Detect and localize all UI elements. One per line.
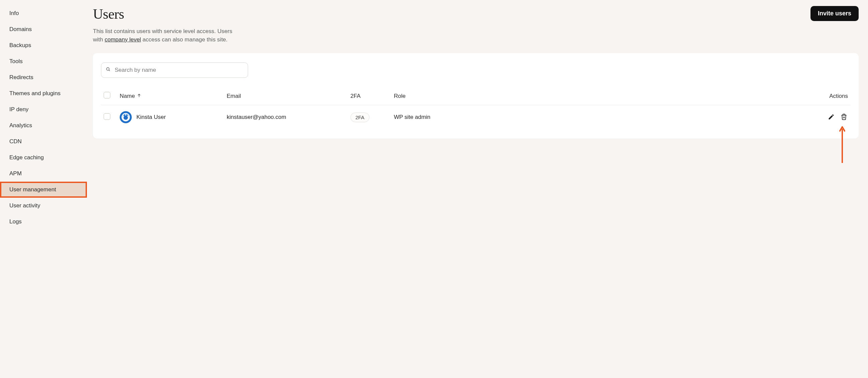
name-cell: Kinsta User (120, 111, 227, 123)
page-subtitle: This list contains users with service le… (93, 27, 234, 44)
user-name: Kinsta User (136, 114, 166, 121)
arrow-up-icon (137, 93, 142, 100)
sidebar-item-logs[interactable]: Logs (0, 214, 87, 230)
column-header-2fa[interactable]: 2FA (350, 93, 394, 100)
search-input[interactable] (101, 63, 248, 78)
trash-icon (841, 113, 847, 121)
users-card: Name Email 2FA Role Actions (93, 53, 859, 139)
page-title: Users (93, 6, 234, 22)
avatar (120, 111, 132, 123)
select-all-checkbox[interactable] (104, 92, 110, 99)
sidebar-item-tools[interactable]: Tools (0, 54, 87, 69)
sidebar-item-redirects[interactable]: Redirects (0, 69, 87, 85)
user-role: WP site admin (394, 114, 481, 121)
edit-button[interactable] (827, 113, 835, 122)
column-header-actions: Actions (481, 93, 848, 100)
users-table: Name Email 2FA Role Actions (101, 87, 850, 129)
sidebar-item-themes-and-plugins[interactable]: Themes and plugins (0, 85, 87, 102)
column-header-name[interactable]: Name (120, 93, 227, 100)
column-header-email[interactable]: Email (227, 93, 350, 100)
company-level-link[interactable]: company level (105, 36, 141, 43)
table-row: Kinsta User kinstauser@yahoo.com 2FA WP … (101, 105, 850, 129)
invite-users-button[interactable]: Invite users (810, 6, 859, 21)
pencil-icon (828, 113, 835, 121)
twofa-badge: 2FA (350, 112, 369, 122)
svg-rect-6 (125, 114, 126, 115)
sidebar-item-cdn[interactable]: CDN (0, 134, 87, 149)
delete-button[interactable] (840, 113, 848, 122)
user-email: kinstauser@yahoo.com (227, 114, 350, 121)
sidebar-item-info[interactable]: Info (0, 5, 87, 21)
table-header: Name Email 2FA Role Actions (101, 87, 850, 105)
annotation-arrow-icon (839, 126, 845, 165)
sidebar-item-domains[interactable]: Domains (0, 21, 87, 37)
sidebar: Info Domains Backups Tools Redirects The… (0, 0, 87, 378)
sidebar-item-ip-deny[interactable]: IP deny (0, 102, 87, 117)
sidebar-item-apm[interactable]: APM (0, 166, 87, 182)
column-header-role[interactable]: Role (394, 93, 481, 100)
search-wrap (101, 63, 248, 78)
sidebar-item-user-activity[interactable]: User activity (0, 198, 87, 214)
sidebar-item-edge-caching[interactable]: Edge caching (0, 149, 87, 166)
sidebar-item-user-management[interactable]: User management (0, 182, 87, 198)
column-label-name: Name (120, 93, 135, 100)
main-content: Users This list contains users with serv… (87, 0, 868, 378)
row-checkbox[interactable] (104, 113, 110, 120)
subtitle-text-after: access can also manage this site. (141, 36, 228, 43)
sidebar-item-analytics[interactable]: Analytics (0, 117, 87, 134)
actions-cell (481, 113, 848, 122)
sidebar-item-backups[interactable]: Backups (0, 37, 87, 54)
